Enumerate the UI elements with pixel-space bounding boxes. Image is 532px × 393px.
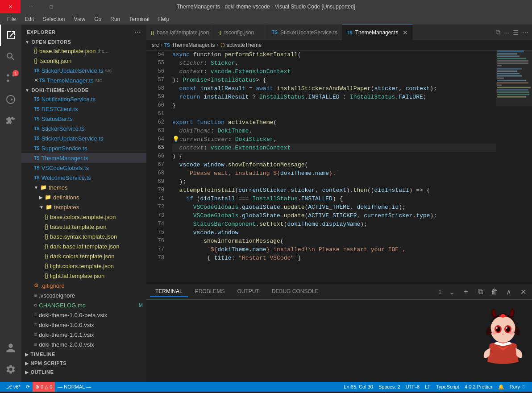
file-dark-base-laf-template[interactable]: {} dark.base.laf.template.json	[21, 241, 146, 251]
timeline-header[interactable]: TIMELINE	[21, 350, 146, 358]
status-encoding[interactable]: UTF-8	[403, 384, 422, 389]
status-position[interactable]: Ln 65, Col 30	[341, 384, 375, 389]
status-line-ending[interactable]: LF	[422, 384, 433, 389]
menu-help[interactable]: Help	[155, 15, 173, 23]
file-base-laf-template[interactable]: {} base.laf.template.json	[21, 222, 146, 232]
project-header[interactable]: DOKI-THEME-VSCODE	[21, 86, 146, 94]
file-changelog[interactable]: ○ CHANGELOG.md M	[21, 300, 146, 310]
code-content[interactable]: async function performStickerInstall( st…	[169, 50, 496, 284]
ln-77: 77	[146, 245, 169, 254]
terminal-trash-icon[interactable]: 🗑	[489, 286, 500, 297]
sidebar-more-button[interactable]: ···	[134, 28, 141, 36]
file-dark-colors-template[interactable]: {} dark.colors.template.json	[21, 251, 146, 261]
status-errors[interactable]: ⊗ 0 △ 0	[33, 382, 55, 392]
maximize-button[interactable]: □	[41, 0, 62, 13]
file-sticker-service[interactable]: TS StickerService.ts	[21, 124, 146, 133]
terminal-add-icon[interactable]: +	[461, 286, 471, 297]
npm-chevron	[25, 361, 29, 366]
open-editors-header[interactable]: OPEN EDITORS	[21, 38, 146, 46]
folder-templates[interactable]: 📁 templates	[21, 202, 146, 212]
menu-go[interactable]: Go	[91, 15, 105, 23]
folder-themes[interactable]: 📁 themes	[21, 182, 146, 192]
open-editor-theme-manager[interactable]: ✕ TS ThemeManager.ts src	[21, 75, 146, 85]
status-spaces[interactable]: Spaces: 2	[376, 384, 403, 389]
file-vsix-200[interactable]: ≡ doki-theme-2.0.0.vsix	[21, 339, 146, 349]
tab-tsconfig[interactable]: {} tsconfig.json	[214, 25, 267, 40]
file-vscode-globals[interactable]: TS VSCodeGlobals.ts	[21, 163, 146, 173]
file-base-syntax-template[interactable]: {} base.syntax.template.json	[21, 232, 146, 241]
file-rest-client[interactable]: TS RESTClient.ts	[21, 104, 146, 114]
open-editor-tsconfig[interactable]: {} tsconfig.json	[21, 56, 146, 66]
file-name: RESTClient.ts	[42, 106, 78, 112]
templates-chevron	[39, 205, 44, 210]
ln-73: 73	[146, 211, 169, 220]
file-vscodeignore[interactable]: ≡ .vscodeignore	[21, 290, 146, 300]
activity-source-control[interactable]: 1	[0, 67, 21, 89]
file-sticker-update-service[interactable]: TS StickerUpdateService.ts	[21, 133, 146, 143]
terminal-dropdown-icon[interactable]: ⌄	[446, 286, 457, 297]
status-notification-icon[interactable]: 🔔	[495, 384, 507, 390]
terminal-close-icon[interactable]: ✕	[518, 286, 528, 297]
activity-explorer[interactable]	[0, 25, 21, 46]
overflow-icon[interactable]: ⋯	[522, 29, 528, 36]
status-language[interactable]: TypeScript	[433, 384, 462, 389]
terminal-content[interactable]	[146, 300, 532, 382]
file-theme-manager[interactable]: TS ThemeManager.ts	[21, 153, 146, 163]
terminal-split-icon[interactable]: ⧉	[475, 286, 486, 297]
file-vsix-100[interactable]: ≡ doki-theme-1.0.0.vsix	[21, 320, 146, 330]
npm-header[interactable]: NPM SCRIPTS	[21, 359, 146, 367]
breadcrumb-src[interactable]: src	[152, 42, 159, 48]
activity-account[interactable]	[0, 337, 21, 359]
menu-edit[interactable]: Edit	[21, 15, 37, 23]
activity-run[interactable]	[0, 89, 21, 110]
code-line-70: attemptToInstall(currentSticker.sticker,…	[172, 186, 496, 194]
file-vsix-101[interactable]: ≡ doki-theme-1.0.1.vsix	[21, 330, 146, 339]
open-editor-base-laf[interactable]: {} base.laf.template.json the...	[21, 46, 146, 56]
minimize-button[interactable]: ─	[21, 0, 41, 13]
close-icon[interactable]: ✕	[34, 77, 38, 83]
activity-search[interactable]	[0, 46, 21, 67]
menu-run[interactable]: Run	[107, 15, 124, 23]
more-actions-icon[interactable]: ···	[504, 29, 509, 36]
status-branch[interactable]: ⎇ v6*	[4, 382, 23, 392]
activity-settings[interactable]	[0, 359, 21, 380]
breadcrumb-file[interactable]: ThemeManager.ts	[172, 42, 215, 48]
status-prettier[interactable]: 4.0.2 Prettier	[462, 384, 495, 389]
terminal-collapse-icon[interactable]: ∧	[503, 286, 514, 297]
layout-icon[interactable]: ☰	[513, 29, 519, 36]
tab-theme-manager[interactable]: TS ThemeManager.ts ✕	[342, 25, 413, 40]
file-base-colors-template[interactable]: {} base.colors.template.json	[21, 212, 146, 222]
status-sync[interactable]: ⟳	[23, 382, 33, 392]
outline-header[interactable]: OUTLINE	[21, 368, 146, 376]
file-vsix-beta[interactable]: ≡ doki-theme-1.0.0-beta.vsix	[21, 310, 146, 320]
folder-definitions[interactable]: 📁 definitions	[21, 192, 146, 202]
close-button[interactable]: ✕	[0, 0, 21, 13]
file-status-bar[interactable]: TS StatusBar.ts	[21, 114, 146, 124]
terminal-tab-problems[interactable]: PROBLEMS	[190, 286, 230, 297]
menu-view[interactable]: View	[70, 15, 89, 23]
prettier-label: Prettier	[477, 384, 492, 389]
file-support-service[interactable]: TS SupportService.ts	[21, 143, 146, 153]
file-light-laf-template[interactable]: {} light.laf.template.json	[21, 271, 146, 281]
breadcrumb-symbol[interactable]: activateTheme	[227, 42, 262, 48]
menu-file[interactable]: File	[4, 15, 19, 23]
code-editor[interactable]: 54 55 56 57 58 59 60 61 62 63 64 65 66 6…	[146, 50, 532, 284]
tab-close-button[interactable]: ✕	[403, 29, 408, 36]
activity-extensions[interactable]	[0, 110, 21, 132]
menu-terminal[interactable]: Terminal	[125, 15, 153, 23]
open-editor-sticker-update[interactable]: TS StickerUpdateService.ts src	[21, 66, 146, 75]
status-rory[interactable]: Rory ♡	[507, 384, 528, 390]
file-light-colors-template[interactable]: {} light.colors.template.json	[21, 261, 146, 271]
file-name: .gitignore	[41, 282, 64, 289]
file-welcome-service[interactable]: TS WelcomeService.ts	[21, 173, 146, 182]
bell-icon: 🔔	[498, 384, 504, 390]
terminal-tab-output[interactable]: OUTPUT	[232, 286, 264, 297]
file-notification-service[interactable]: TS NotificationService.ts	[21, 94, 146, 104]
terminal-tab-terminal[interactable]: TERMINAL	[150, 286, 188, 297]
tab-sticker-update-service[interactable]: TS StickerUpdateService.ts	[267, 25, 342, 40]
file-gitignore[interactable]: ⚙ .gitignore	[21, 281, 146, 290]
tab-base-laf[interactable]: {} base.laf.template.json	[146, 25, 214, 40]
terminal-tab-debug[interactable]: DEBUG CONSOLE	[266, 286, 324, 297]
split-editor-icon[interactable]: ⧉	[496, 29, 500, 36]
menu-selection[interactable]: Selection	[39, 15, 68, 23]
